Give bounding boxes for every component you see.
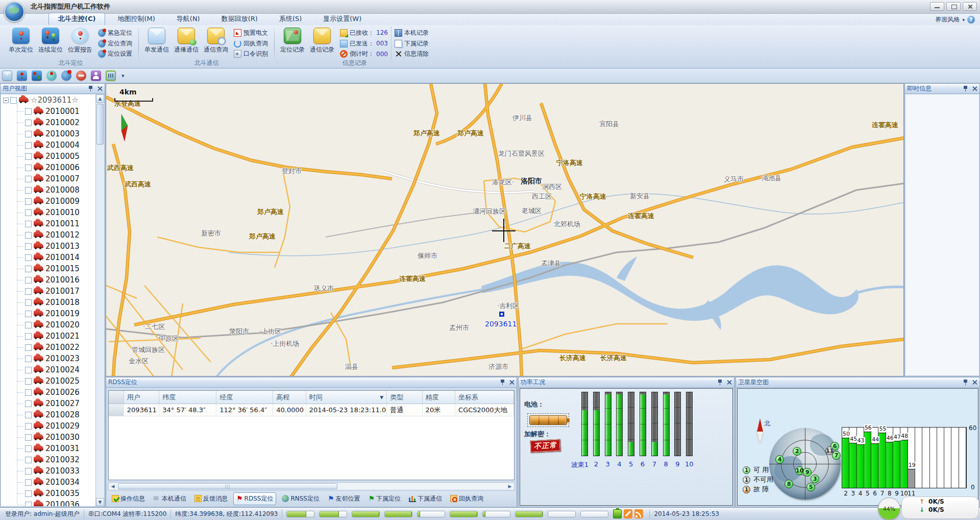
checkbox[interactable]: [25, 187, 32, 194]
tree-item[interactable]: 2010017: [1, 286, 95, 297]
tree-item[interactable]: 2010034: [1, 477, 95, 488]
tree-item[interactable]: 2010012: [1, 229, 95, 241]
tree-item[interactable]: 2010009: [1, 196, 95, 207]
menu-tab[interactable]: 数据回放(R): [212, 13, 267, 25]
bottom-tab[interactable]: ⚑RDSS定位: [233, 492, 276, 505]
stop-icon[interactable]: [76, 70, 86, 81]
restore-button[interactable]: [946, 2, 961, 11]
checkbox[interactable]: [25, 423, 32, 430]
tree-item[interactable]: 2010024: [1, 364, 95, 375]
ribbon-button[interactable]: 单发通信: [142, 27, 172, 59]
checkbox[interactable]: [25, 389, 32, 396]
ribbon-button[interactable]: 通信查询: [201, 27, 231, 59]
tree-item[interactable]: 2010030: [1, 432, 95, 443]
table-column-header[interactable]: 精度: [423, 391, 455, 404]
bottom-tab[interactable]: ⚑友邻位置: [325, 493, 363, 505]
checkbox[interactable]: [25, 457, 32, 463]
checkbox[interactable]: [25, 400, 32, 407]
scroll-up-icon[interactable]: ▲: [96, 94, 104, 103]
tree-item[interactable]: 2010029: [1, 420, 95, 432]
tree-item[interactable]: 2010033: [1, 465, 95, 477]
close-icon[interactable]: [972, 380, 977, 385]
checkbox[interactable]: [25, 445, 32, 452]
menu-tab[interactable]: 系统(S): [270, 13, 311, 25]
ribbon-button[interactable]: 回执查询: [234, 38, 268, 49]
globe-red-icon[interactable]: [61, 70, 71, 81]
tree-item[interactable]: 2010031: [1, 443, 95, 454]
checkbox[interactable]: [25, 299, 32, 306]
menu-tab[interactable]: 地图控制(M): [108, 13, 164, 25]
tree-item[interactable]: 2010013: [1, 241, 95, 252]
user-position-marker[interactable]: [499, 312, 504, 317]
checkbox[interactable]: [25, 209, 32, 216]
checkbox[interactable]: [25, 266, 32, 272]
ribbon-button[interactable]: 位置报告: [65, 27, 95, 59]
ribbon-button[interactable]: 紧急定位: [98, 28, 132, 38]
pin-icon[interactable]: [717, 379, 722, 386]
bottom-tab[interactable]: 回执查询: [448, 493, 486, 505]
tree-item[interactable]: 2010036: [1, 499, 95, 506]
checkbox[interactable]: [25, 344, 32, 351]
scroll-left-icon[interactable]: ◀: [109, 483, 117, 490]
checkbox[interactable]: [25, 277, 32, 283]
tree-item[interactable]: 2010019: [1, 308, 95, 319]
pin-single-icon[interactable]: [17, 70, 27, 81]
table-column-header[interactable]: 坐标系: [455, 391, 514, 404]
checkbox[interactable]: [25, 311, 32, 317]
scrollbar-thumb[interactable]: |||: [118, 483, 337, 489]
ribbon-button[interactable]: 单次定位: [6, 27, 36, 59]
tree-item[interactable]: 2010026: [1, 387, 95, 398]
checkbox[interactable]: [25, 356, 32, 362]
checkbox[interactable]: [25, 479, 32, 486]
checkbox[interactable]: [25, 120, 32, 126]
app-logo-button[interactable]: [4, 2, 24, 22]
ribbon-button[interactable]: 通播通信: [172, 27, 201, 59]
tree-scrollbar[interactable]: ▲ ▼: [95, 94, 104, 506]
tree-item[interactable]: 2010002: [1, 117, 95, 128]
record-icon[interactable]: [106, 70, 116, 81]
table-column-header[interactable]: 类型: [387, 391, 422, 404]
tree-item[interactable]: 2010021: [1, 330, 95, 342]
rdss-table[interactable]: 用户纬度经度高程时间▼类型精度坐标系 209361134° 57′ 48.3″1…: [108, 390, 514, 480]
tree-item[interactable]: 2010014: [1, 252, 95, 263]
checkbox[interactable]: [25, 288, 32, 295]
tree-item[interactable]: 2010022: [1, 342, 95, 353]
ribbon-button[interactable]: 通信记录: [307, 27, 337, 59]
checkbox[interactable]: [25, 412, 32, 418]
ribbon-button[interactable]: 下属记录: [395, 38, 429, 49]
checkbox[interactable]: [25, 232, 32, 239]
tree-item[interactable]: 2010006: [1, 162, 95, 173]
pin-teal-icon[interactable]: [46, 70, 57, 81]
interface-style-control[interactable]: 界面风格 ▾ ?: [935, 15, 975, 24]
bottom-tab[interactable]: 下属通信: [406, 493, 445, 505]
tree-item[interactable]: 2010025: [1, 375, 95, 387]
menu-tab[interactable]: 导航(N): [167, 13, 209, 25]
pin-icon[interactable]: [500, 379, 505, 386]
tree-item[interactable]: 2010023: [1, 353, 95, 364]
close-button[interactable]: [963, 2, 977, 11]
checkbox[interactable]: [25, 176, 32, 182]
checkbox[interactable]: [25, 254, 32, 261]
tree-item[interactable]: 2010027: [1, 398, 95, 409]
bottom-tab[interactable]: ⚑下属定位: [366, 493, 404, 505]
checkbox[interactable]: [25, 322, 32, 328]
ribbon-button[interactable]: 连续定位: [36, 27, 65, 59]
ribbon-button[interactable]: 定位设置: [98, 49, 132, 59]
checkbox[interactable]: [25, 502, 32, 507]
tree-item[interactable]: 2010004: [1, 139, 95, 151]
tree-item[interactable]: 2010016: [1, 274, 95, 286]
tree-item[interactable]: 2010028: [1, 409, 95, 420]
scrollbar-thumb[interactable]: [96, 104, 104, 145]
table-select-all[interactable]: [109, 391, 124, 404]
checkbox[interactable]: [25, 243, 32, 250]
pin-icon[interactable]: [963, 85, 968, 92]
map-view[interactable]: 永登高速武西高速武西高速郑卢高速郑卢高速郑卢高速郑卢高速宁洛高速宁洛高速连霍高速…: [106, 83, 904, 376]
scroll-down-icon[interactable]: ▼: [96, 498, 104, 506]
checkbox[interactable]: [25, 367, 32, 373]
close-icon[interactable]: [726, 380, 732, 385]
bottom-tab[interactable]: ✉本机通信: [151, 493, 189, 505]
checkbox[interactable]: [25, 131, 32, 137]
tree-item[interactable]: 2010010: [1, 207, 95, 218]
tree-item[interactable]: 2010032: [1, 454, 95, 465]
checkbox[interactable]: [25, 153, 32, 160]
